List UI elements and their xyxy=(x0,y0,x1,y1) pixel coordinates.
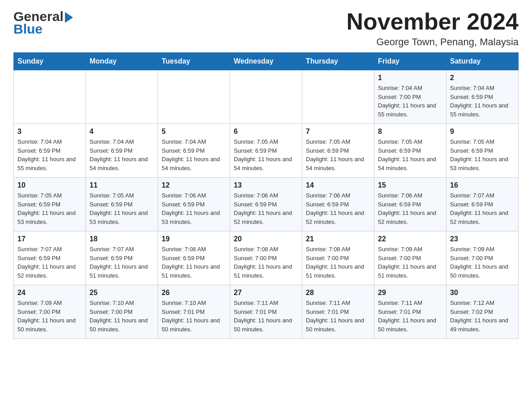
calendar-week-row: 3Sunrise: 7:04 AMSunset: 6:59 PMDaylight… xyxy=(14,124,519,178)
calendar-cell xyxy=(230,70,302,124)
day-number: 26 xyxy=(162,289,226,297)
calendar-cell: 24Sunrise: 7:09 AMSunset: 7:00 PMDayligh… xyxy=(14,285,86,339)
day-info: Sunrise: 7:11 AMSunset: 7:01 PMDaylight:… xyxy=(306,299,370,334)
day-info: Sunrise: 7:05 AMSunset: 6:59 PMDaylight:… xyxy=(234,137,298,172)
calendar-cell: 27Sunrise: 7:11 AMSunset: 7:01 PMDayligh… xyxy=(230,285,302,339)
day-number: 6 xyxy=(234,128,298,136)
day-info: Sunrise: 7:05 AMSunset: 6:59 PMDaylight:… xyxy=(450,137,515,172)
calendar-cell: 21Sunrise: 7:08 AMSunset: 7:00 PMDayligh… xyxy=(302,231,374,285)
calendar-cell: 16Sunrise: 7:07 AMSunset: 6:59 PMDayligh… xyxy=(446,178,519,231)
day-number: 18 xyxy=(90,235,154,243)
calendar-week-row: 10Sunrise: 7:05 AMSunset: 6:59 PMDayligh… xyxy=(14,178,519,231)
calendar-cell xyxy=(86,70,158,124)
calendar-cell: 2Sunrise: 7:04 AMSunset: 6:59 PMDaylight… xyxy=(446,70,519,124)
day-number: 21 xyxy=(306,235,370,243)
day-info: Sunrise: 7:05 AMSunset: 6:59 PMDaylight:… xyxy=(306,137,370,172)
calendar-cell: 10Sunrise: 7:05 AMSunset: 6:59 PMDayligh… xyxy=(14,178,86,231)
page-title: November 2024 xyxy=(347,9,519,34)
day-number: 27 xyxy=(234,289,298,297)
day-number: 29 xyxy=(378,289,442,297)
weekday-header-tuesday: Tuesday xyxy=(158,53,230,70)
weekday-header-sunday: Sunday xyxy=(14,53,86,70)
day-number: 14 xyxy=(306,181,370,189)
calendar-cell xyxy=(302,70,374,124)
calendar-cell: 1Sunrise: 7:04 AMSunset: 7:00 PMDaylight… xyxy=(374,70,446,124)
calendar-cell: 8Sunrise: 7:05 AMSunset: 6:59 PMDaylight… xyxy=(374,124,446,178)
day-number: 30 xyxy=(450,289,515,297)
calendar-cell: 22Sunrise: 7:09 AMSunset: 7:00 PMDayligh… xyxy=(374,231,446,285)
day-info: Sunrise: 7:06 AMSunset: 6:59 PMDaylight:… xyxy=(162,191,226,226)
logo: General Blue xyxy=(13,9,73,37)
page-subtitle: George Town, Penang, Malaysia xyxy=(347,36,519,48)
day-info: Sunrise: 7:09 AMSunset: 7:00 PMDaylight:… xyxy=(17,299,82,334)
day-number: 24 xyxy=(17,289,82,297)
calendar-cell: 26Sunrise: 7:10 AMSunset: 7:01 PMDayligh… xyxy=(158,285,230,339)
title-area: November 2024 George Town, Penang, Malay… xyxy=(347,9,519,48)
weekday-header-thursday: Thursday xyxy=(302,53,374,70)
day-number: 2 xyxy=(450,74,515,82)
day-number: 22 xyxy=(378,235,442,243)
day-info: Sunrise: 7:04 AMSunset: 6:59 PMDaylight:… xyxy=(90,137,154,172)
weekday-header-row: SundayMondayTuesdayWednesdayThursdayFrid… xyxy=(14,53,519,70)
calendar-week-row: 17Sunrise: 7:07 AMSunset: 6:59 PMDayligh… xyxy=(14,231,519,285)
day-info: Sunrise: 7:08 AMSunset: 7:00 PMDaylight:… xyxy=(306,245,370,280)
calendar-cell: 28Sunrise: 7:11 AMSunset: 7:01 PMDayligh… xyxy=(302,285,374,339)
calendar-cell: 19Sunrise: 7:08 AMSunset: 6:59 PMDayligh… xyxy=(158,231,230,285)
day-number: 12 xyxy=(162,181,226,189)
day-number: 25 xyxy=(90,289,154,297)
calendar-week-row: 24Sunrise: 7:09 AMSunset: 7:00 PMDayligh… xyxy=(14,285,519,339)
day-info: Sunrise: 7:04 AMSunset: 6:59 PMDaylight:… xyxy=(17,137,82,172)
day-number: 15 xyxy=(378,181,442,189)
day-number: 9 xyxy=(450,128,515,136)
day-info: Sunrise: 7:11 AMSunset: 7:01 PMDaylight:… xyxy=(234,299,298,334)
day-number: 17 xyxy=(17,235,82,243)
calendar-cell xyxy=(158,70,230,124)
day-info: Sunrise: 7:06 AMSunset: 6:59 PMDaylight:… xyxy=(378,191,442,226)
day-info: Sunrise: 7:07 AMSunset: 6:59 PMDaylight:… xyxy=(450,191,515,226)
day-number: 1 xyxy=(378,74,442,82)
day-info: Sunrise: 7:05 AMSunset: 6:59 PMDaylight:… xyxy=(378,137,442,172)
calendar-cell: 7Sunrise: 7:05 AMSunset: 6:59 PMDaylight… xyxy=(302,124,374,178)
day-number: 20 xyxy=(234,235,298,243)
calendar-week-row: 1Sunrise: 7:04 AMSunset: 7:00 PMDaylight… xyxy=(14,70,519,124)
day-info: Sunrise: 7:04 AMSunset: 6:59 PMDaylight:… xyxy=(450,84,515,119)
calendar-cell: 25Sunrise: 7:10 AMSunset: 7:00 PMDayligh… xyxy=(86,285,158,339)
day-info: Sunrise: 7:06 AMSunset: 6:59 PMDaylight:… xyxy=(306,191,370,226)
day-number: 3 xyxy=(17,128,82,136)
day-number: 8 xyxy=(378,128,442,136)
day-info: Sunrise: 7:08 AMSunset: 6:59 PMDaylight:… xyxy=(162,245,226,280)
calendar-cell: 30Sunrise: 7:12 AMSunset: 7:02 PMDayligh… xyxy=(446,285,519,339)
calendar-cell: 17Sunrise: 7:07 AMSunset: 6:59 PMDayligh… xyxy=(14,231,86,285)
calendar-cell: 18Sunrise: 7:07 AMSunset: 6:59 PMDayligh… xyxy=(86,231,158,285)
calendar-cell: 20Sunrise: 7:08 AMSunset: 7:00 PMDayligh… xyxy=(230,231,302,285)
day-number: 23 xyxy=(450,235,515,243)
day-info: Sunrise: 7:09 AMSunset: 7:00 PMDaylight:… xyxy=(378,245,442,280)
day-info: Sunrise: 7:07 AMSunset: 6:59 PMDaylight:… xyxy=(17,245,82,280)
calendar-cell: 12Sunrise: 7:06 AMSunset: 6:59 PMDayligh… xyxy=(158,178,230,231)
day-info: Sunrise: 7:05 AMSunset: 6:59 PMDaylight:… xyxy=(90,191,154,226)
day-number: 28 xyxy=(306,289,370,297)
day-info: Sunrise: 7:10 AMSunset: 7:00 PMDaylight:… xyxy=(90,299,154,334)
calendar-table: SundayMondayTuesdayWednesdayThursdayFrid… xyxy=(13,52,519,339)
day-info: Sunrise: 7:12 AMSunset: 7:02 PMDaylight:… xyxy=(450,299,515,334)
calendar-cell: 23Sunrise: 7:09 AMSunset: 7:00 PMDayligh… xyxy=(446,231,519,285)
day-info: Sunrise: 7:04 AMSunset: 6:59 PMDaylight:… xyxy=(162,137,226,172)
calendar-cell: 4Sunrise: 7:04 AMSunset: 6:59 PMDaylight… xyxy=(86,124,158,178)
weekday-header-friday: Friday xyxy=(374,53,446,70)
calendar-cell: 3Sunrise: 7:04 AMSunset: 6:59 PMDaylight… xyxy=(14,124,86,178)
day-number: 13 xyxy=(234,181,298,189)
day-number: 10 xyxy=(17,181,82,189)
calendar-cell: 6Sunrise: 7:05 AMSunset: 6:59 PMDaylight… xyxy=(230,124,302,178)
day-info: Sunrise: 7:07 AMSunset: 6:59 PMDaylight:… xyxy=(90,245,154,280)
calendar-cell: 5Sunrise: 7:04 AMSunset: 6:59 PMDaylight… xyxy=(158,124,230,178)
calendar-cell: 9Sunrise: 7:05 AMSunset: 6:59 PMDaylight… xyxy=(446,124,519,178)
day-info: Sunrise: 7:11 AMSunset: 7:01 PMDaylight:… xyxy=(378,299,442,334)
calendar-cell: 14Sunrise: 7:06 AMSunset: 6:59 PMDayligh… xyxy=(302,178,374,231)
calendar-cell: 11Sunrise: 7:05 AMSunset: 6:59 PMDayligh… xyxy=(86,178,158,231)
day-info: Sunrise: 7:10 AMSunset: 7:01 PMDaylight:… xyxy=(162,299,226,334)
day-info: Sunrise: 7:09 AMSunset: 7:00 PMDaylight:… xyxy=(450,245,515,280)
calendar-cell: 13Sunrise: 7:06 AMSunset: 6:59 PMDayligh… xyxy=(230,178,302,231)
day-number: 4 xyxy=(90,128,154,136)
calendar-cell: 15Sunrise: 7:06 AMSunset: 6:59 PMDayligh… xyxy=(374,178,446,231)
day-number: 11 xyxy=(90,181,154,189)
